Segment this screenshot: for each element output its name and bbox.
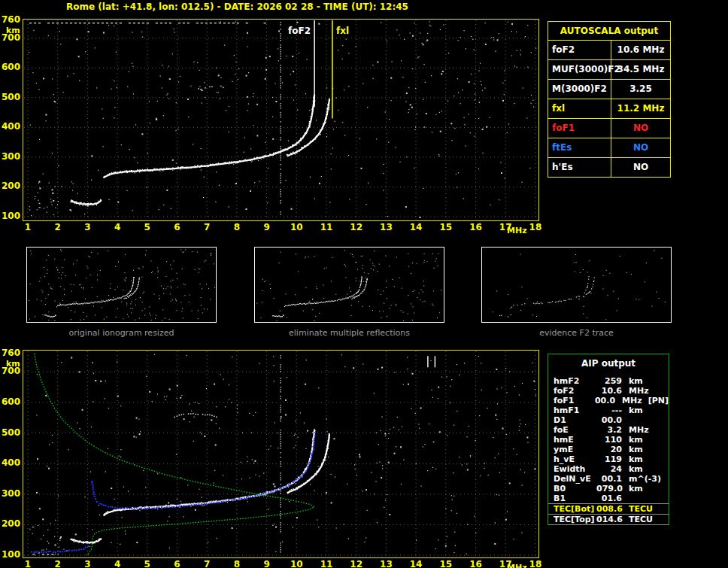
aip-row-label: TEC[Top] — [554, 515, 596, 524]
thumbnail-original-ionogram — [26, 247, 217, 323]
y-axis-unit-label: km — [6, 26, 20, 35]
aip-row: hmF1---km — [548, 405, 669, 415]
x-axis-tick-label: 12 — [348, 223, 365, 232]
aip-row-label: DelN_vE — [554, 474, 596, 484]
autoscala-output-table: AUTOSCALA output foF210.6 MHzMUF(3000)F2… — [548, 21, 671, 178]
aip-row-unit: TECU — [629, 515, 653, 524]
aip-row-unit: km — [629, 435, 643, 445]
x-axis-tick-label: 1 — [20, 223, 36, 232]
aip-row-label: foE — [554, 425, 596, 435]
aip-row: B0079.0km — [548, 484, 669, 494]
thumbnail-caption-eliminate: eliminate multiple reflections — [254, 328, 444, 338]
x-axis-tick-label: 4 — [109, 560, 126, 568]
aip-row-value: 24 — [596, 464, 622, 474]
bottom-ionogram-canvas — [23, 350, 539, 558]
x-axis-tick-label: 8 — [229, 560, 245, 568]
aip-row: Ewidth24km — [548, 464, 669, 474]
autoscala-row: foF210.6 MHz — [548, 41, 670, 60]
thumbnail-eliminate-canvas — [255, 248, 444, 322]
autoscala-row-label: ftEs — [548, 138, 611, 157]
aip-row-unit: km — [629, 405, 643, 415]
aip-row-label: hmE — [554, 435, 596, 445]
y-axis-tick-label: 100 — [1, 550, 20, 560]
autoscala-table-rows: foF210.6 MHzMUF(3000)F234.5 MHzM(3000)F2… — [548, 41, 670, 177]
aip-row-value: 3.2 — [596, 425, 622, 435]
y-axis-tick-label: 760 — [1, 348, 20, 358]
x-axis-tick-label: 15 — [438, 560, 454, 568]
y-axis-tick-label: 300 — [1, 152, 20, 162]
header-title: Rome (lat: +41.8, lon: 012.5) - DATE: 20… — [66, 2, 408, 12]
aip-row-extra: [PN] — [648, 396, 669, 405]
x-axis-tick-label: 3 — [79, 223, 96, 232]
svg-text:foF2: foF2 — [288, 26, 311, 36]
autoscala-row-value: NO — [611, 158, 670, 177]
y-axis-tick-label: 200 — [1, 519, 20, 529]
aip-row-unit: km — [629, 445, 643, 454]
top-ionogram-canvas: foF2fxl — [23, 19, 539, 221]
x-axis-tick-label: 16 — [468, 560, 484, 568]
aip-row-label: B1 — [554, 494, 596, 503]
y-axis-tick-label: 500 — [1, 93, 20, 102]
autoscala-row-label: fxl — [548, 99, 611, 118]
x-axis-tick-label: 13 — [378, 560, 394, 568]
x-axis-tick-label: 16 — [468, 223, 484, 232]
aip-row-value: 00.0 — [596, 415, 622, 425]
aip-table-rows: hmF2259kmfoF210.6MHzfoF100.0MHz[PN]hmF1-… — [548, 376, 669, 525]
aip-row-unit: m^(-3) — [629, 474, 661, 484]
aip-row-unit: km — [629, 376, 643, 386]
x-axis-tick-label: 7 — [199, 223, 215, 232]
aip-row-label: hmF1 — [554, 405, 596, 415]
aip-row: foE3.2MHz — [548, 425, 669, 435]
y-axis-tick-label: 400 — [1, 458, 20, 468]
aip-row-value: 008.6 — [596, 504, 622, 514]
aip-row-label: foF1 — [554, 396, 592, 405]
x-axis-tick-label: 8 — [229, 223, 245, 232]
autoscala-row-label: MUF(3000)F2 — [548, 60, 611, 79]
aip-row-value: 119 — [596, 454, 622, 464]
x-axis-tick-label: 6 — [169, 560, 186, 568]
aip-row-value: 079.0 — [596, 484, 622, 494]
autoscala-row-label: h'Es — [548, 158, 611, 177]
y-axis-tick-label: 200 — [1, 181, 20, 191]
autoscala-row: ftEsNO — [548, 138, 670, 158]
aip-row-label: hmF2 — [554, 376, 596, 386]
x-axis-tick-label: 7 — [199, 560, 215, 568]
x-axis-tick-label: 9 — [259, 560, 275, 568]
aip-row-label: ymE — [554, 445, 596, 454]
aip-row: hmF2259km — [548, 376, 669, 386]
autoscala-row-value: NO — [611, 138, 670, 157]
autoscala-row-label: foF1 — [548, 119, 611, 138]
aip-row-label: B0 — [554, 484, 596, 494]
autoscala-row: fxl11.2 MHz — [548, 99, 670, 119]
autoscala-row: MUF(3000)F234.5 MHz — [548, 60, 670, 80]
x-axis-tick-label: 3 — [79, 560, 96, 568]
aip-row: ymE20km — [548, 445, 669, 454]
autoscala-row-value: NO — [611, 119, 670, 138]
aip-row-unit: MHz — [622, 396, 642, 405]
aip-row-label: h_vE — [554, 454, 596, 464]
aip-row-unit: MHz — [629, 425, 649, 435]
aip-row: hmE110km — [548, 435, 669, 445]
aip-row-value: 00.0 — [592, 396, 615, 405]
x-axis-unit-label: MHz — [507, 226, 527, 235]
aip-row: foF100.0MHz[PN] — [548, 396, 669, 405]
y-axis-tick-label: 400 — [1, 122, 20, 132]
aip-row-value: 10.6 — [596, 386, 622, 396]
thumbnail-evidence-f2 — [481, 247, 672, 323]
autoscala-row: M(3000)F23.25 — [548, 80, 670, 99]
aip-row-value: 20 — [596, 445, 622, 454]
aip-row-unit: km — [629, 484, 643, 494]
autoscala-row-value: 11.2 MHz — [611, 99, 670, 118]
x-axis-tick-label: 14 — [408, 223, 424, 232]
y-axis-tick-label: 760 — [1, 15, 20, 25]
x-axis-tick-label: 10 — [288, 223, 305, 232]
aip-row-unit: km — [629, 454, 643, 464]
x-axis-tick-label: 15 — [438, 223, 454, 232]
y-axis-tick-label: 500 — [1, 428, 20, 438]
thumbnail-caption-evidence: evidence F2 trace — [481, 328, 672, 338]
aip-row-label: TEC[Bot] — [554, 504, 596, 514]
aip-row-label: foF2 — [554, 386, 596, 396]
y-axis-tick-label: 300 — [1, 489, 20, 499]
y-axis-tick-label: 100 — [1, 211, 20, 221]
autoscala-row: foF1NO — [548, 119, 670, 138]
